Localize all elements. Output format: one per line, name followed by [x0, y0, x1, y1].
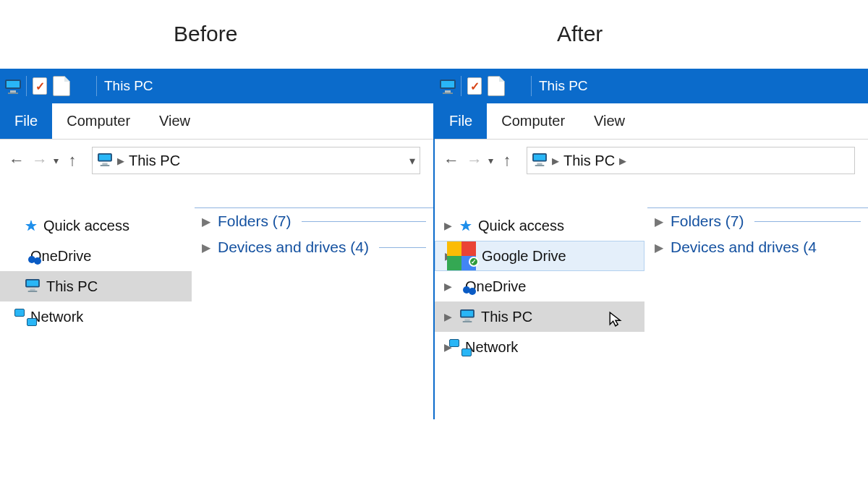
- file-tab[interactable]: File: [0, 103, 52, 139]
- group-rule: [379, 247, 426, 248]
- view-tab[interactable]: View: [579, 103, 639, 139]
- back-button[interactable]: ←: [7, 151, 26, 170]
- breadcrumb-chevron-icon[interactable]: ▶: [619, 155, 626, 166]
- address-bar[interactable]: ▶ This PC ▶: [527, 147, 855, 174]
- titlebar-separator: [26, 76, 27, 96]
- after-pane: ✓ This PC File Computer View ← → ▾ ↑ ▶ T…: [435, 69, 868, 419]
- expand-icon[interactable]: ▶: [442, 311, 454, 322]
- navigation-bar: ← → ▾ ↑ ▶ This PC ▶: [435, 140, 868, 179]
- sidebar-item-label: Google Drive: [482, 248, 566, 265]
- history-dropdown-icon[interactable]: ▾: [54, 155, 59, 166]
- file-tab[interactable]: File: [435, 103, 487, 139]
- history-dropdown-icon[interactable]: ▾: [488, 155, 493, 166]
- content-pane[interactable]: ▶ Folders (7) ▶ Devices and drives (4: [644, 206, 868, 419]
- group-rule: [302, 221, 426, 222]
- sidebar-item-label: This PC: [481, 309, 532, 325]
- breadcrumb-chevron-icon[interactable]: ▶: [552, 155, 559, 166]
- navigation-bar: ← → ▾ ↑ ▶ This PC ▾: [0, 140, 433, 179]
- sidebar-item-label: Quick access: [478, 218, 564, 234]
- computer-tab[interactable]: Computer: [52, 103, 145, 139]
- qat-dropdown-icon[interactable]: [509, 77, 527, 95]
- location-icon: [97, 153, 113, 169]
- expand-icon[interactable]: ▶: [442, 281, 454, 292]
- ribbon-tabs: File Computer View: [0, 103, 433, 140]
- window-title: This PC: [104, 78, 153, 94]
- navigation-pane: ▶ ★ Quick access ▶ OneDrive ▶ This PC: [0, 206, 192, 419]
- window-titlebar[interactable]: ✓ This PC: [435, 69, 868, 103]
- star-icon: ★: [459, 217, 472, 234]
- group-devices[interactable]: ▶ Devices and drives (4: [647, 234, 868, 260]
- sidebar-item-onedrive[interactable]: ▶ OneDrive: [0, 241, 192, 271]
- expand-icon[interactable]: ▶: [442, 220, 454, 231]
- sidebar-item-label: Network: [30, 309, 83, 325]
- breadcrumb[interactable]: This PC: [129, 153, 180, 169]
- titlebar-separator: [96, 76, 97, 96]
- after-label: After: [557, 22, 603, 46]
- titlebar-separator: [531, 76, 532, 96]
- titlebar-separator: [461, 76, 461, 96]
- window-titlebar[interactable]: ✓ This PC: [0, 69, 433, 103]
- new-folder-icon[interactable]: [488, 77, 505, 95]
- chevron-right-icon[interactable]: ▶: [655, 215, 663, 228]
- navigation-pane: ▶ ★ Quick access ▶ Google Drive ▶ OneDri…: [435, 206, 644, 419]
- location-icon: [532, 153, 548, 169]
- before-pane: ✓ This PC File Computer View ← → ▾ ↑ ▶ T…: [0, 69, 435, 419]
- sidebar-item-google-drive[interactable]: ▶ Google Drive: [435, 241, 644, 271]
- ribbon-tabs: File Computer View: [435, 103, 868, 140]
- explorer-app-icon: [439, 77, 456, 95]
- explorer-app-icon: [4, 77, 22, 95]
- sidebar-item-this-pc[interactable]: ▶ This PC: [0, 271, 192, 301]
- new-folder-icon[interactable]: [53, 77, 70, 95]
- qat-dropdown-icon[interactable]: [75, 77, 92, 95]
- breadcrumb-chevron-icon[interactable]: ▶: [117, 155, 124, 166]
- before-label: Before: [174, 22, 237, 46]
- properties-icon[interactable]: ✓: [31, 77, 48, 95]
- google-drive-icon: [460, 248, 476, 264]
- group-label: Folders (7): [671, 213, 744, 230]
- explorer-body: ▶ ★ Quick access ▶ Google Drive ▶ OneDri…: [435, 206, 868, 419]
- sidebar-item-label: This PC: [46, 278, 98, 295]
- chevron-right-icon[interactable]: ▶: [202, 215, 210, 228]
- group-folders[interactable]: ▶ Folders (7): [647, 207, 868, 234]
- sidebar-item-quick-access[interactable]: ▶ ★ Quick access: [0, 210, 192, 241]
- chevron-right-icon[interactable]: ▶: [655, 241, 663, 254]
- view-tab[interactable]: View: [145, 103, 205, 139]
- forward-button[interactable]: →: [465, 151, 484, 170]
- explorer-body: ▶ ★ Quick access ▶ OneDrive ▶ This PC: [0, 206, 433, 419]
- breadcrumb[interactable]: This PC: [563, 153, 615, 169]
- group-devices[interactable]: ▶ Devices and drives (4): [195, 234, 433, 260]
- group-label: Folders (7): [218, 213, 292, 230]
- sidebar-item-quick-access[interactable]: ▶ ★ Quick access: [435, 210, 644, 241]
- sync-check-icon: [469, 257, 479, 267]
- computer-tab[interactable]: Computer: [487, 103, 579, 139]
- address-bar[interactable]: ▶ This PC ▾: [92, 147, 420, 174]
- sidebar-item-label: OneDrive: [465, 278, 526, 295]
- group-label: Devices and drives (4): [218, 239, 369, 256]
- content-pane[interactable]: ▶ Folders (7) ▶ Devices and drives (4): [192, 206, 433, 419]
- group-folders[interactable]: ▶ Folders (7): [195, 207, 433, 234]
- monitor-icon: [459, 309, 475, 325]
- properties-icon[interactable]: ✓: [466, 77, 483, 95]
- chevron-right-icon[interactable]: ▶: [202, 241, 210, 254]
- sidebar-item-label: OneDrive: [30, 248, 91, 265]
- forward-button[interactable]: →: [30, 151, 49, 170]
- up-button[interactable]: ↑: [63, 151, 82, 170]
- star-icon: ★: [25, 217, 38, 234]
- address-dropdown-icon[interactable]: ▾: [409, 154, 415, 168]
- group-rule: [754, 221, 861, 222]
- sidebar-item-network[interactable]: ▶ Network: [435, 332, 644, 362]
- window-title: This PC: [539, 78, 588, 94]
- comparison-panes: ✓ This PC File Computer View ← → ▾ ↑ ▶ T…: [0, 69, 868, 419]
- sidebar-item-this-pc[interactable]: ▶ This PC: [435, 301, 644, 332]
- sidebar-item-label: Quick access: [43, 218, 129, 234]
- monitor-icon: [25, 278, 41, 295]
- sidebar-item-network[interactable]: ▶ Network: [0, 301, 192, 332]
- sidebar-item-onedrive[interactable]: ▶ OneDrive: [435, 271, 644, 301]
- up-button[interactable]: ↑: [498, 151, 516, 170]
- group-label: Devices and drives (4: [671, 239, 817, 256]
- sidebar-item-label: Network: [465, 339, 518, 356]
- back-button[interactable]: ←: [442, 151, 461, 170]
